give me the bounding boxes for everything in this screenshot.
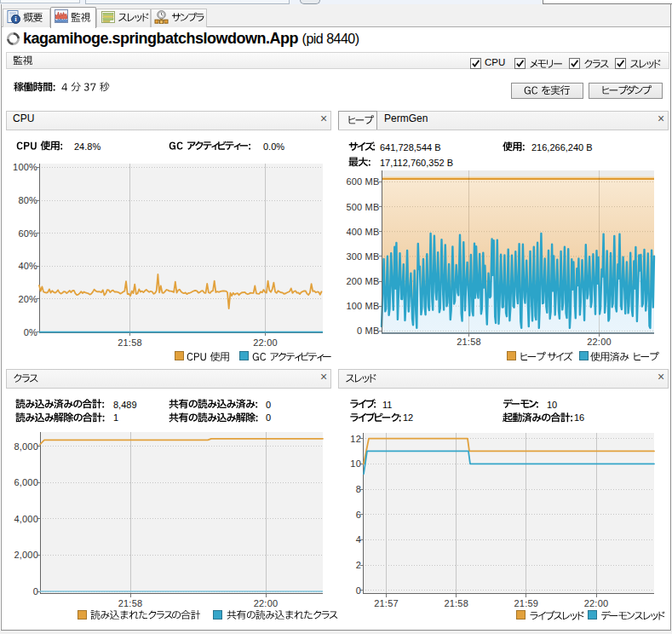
svg-text:0 MB: 0 MB	[357, 326, 379, 336]
svg-text:40%: 40%	[18, 261, 37, 271]
svg-text:21:59: 21:59	[514, 598, 539, 608]
svg-text:21:58: 21:58	[118, 598, 143, 608]
svg-text:100%: 100%	[13, 162, 37, 172]
svg-text:60%: 60%	[18, 228, 37, 239]
svg-text:22:00: 22:00	[587, 337, 612, 347]
svg-text:300 MB: 300 MB	[346, 251, 379, 262]
svg-text:21:58: 21:58	[457, 337, 481, 347]
svg-text:2,000: 2,000	[14, 550, 38, 560]
svg-text:21:57: 21:57	[374, 598, 399, 608]
svg-text:21:58: 21:58	[118, 337, 142, 348]
svg-text:21:58: 21:58	[444, 598, 468, 608]
svg-text:0: 0	[33, 586, 38, 597]
svg-text:4: 4	[356, 534, 361, 545]
svg-text:200 MB: 200 MB	[346, 276, 379, 286]
svg-text:22:00: 22:00	[253, 337, 278, 348]
svg-text:12: 12	[350, 434, 361, 444]
svg-text:80%: 80%	[18, 195, 37, 205]
svg-text:2: 2	[356, 560, 361, 570]
svg-text:22:00: 22:00	[254, 598, 279, 608]
svg-text:0%: 0%	[24, 327, 37, 337]
svg-text:600 MB: 600 MB	[346, 176, 379, 187]
svg-text:500 MB: 500 MB	[346, 202, 379, 212]
svg-text:0: 0	[356, 585, 361, 596]
svg-text:10: 10	[350, 458, 361, 469]
svg-text:6,000: 6,000	[14, 477, 38, 487]
svg-text:8,000: 8,000	[14, 441, 38, 452]
svg-text:400 MB: 400 MB	[346, 227, 379, 237]
svg-text:22:00: 22:00	[584, 598, 609, 608]
svg-text:8: 8	[356, 484, 361, 494]
svg-text:6: 6	[356, 510, 361, 520]
svg-text:20%: 20%	[18, 294, 37, 304]
svg-text:4,000: 4,000	[14, 514, 38, 524]
svg-text:100 MB: 100 MB	[346, 301, 379, 311]
